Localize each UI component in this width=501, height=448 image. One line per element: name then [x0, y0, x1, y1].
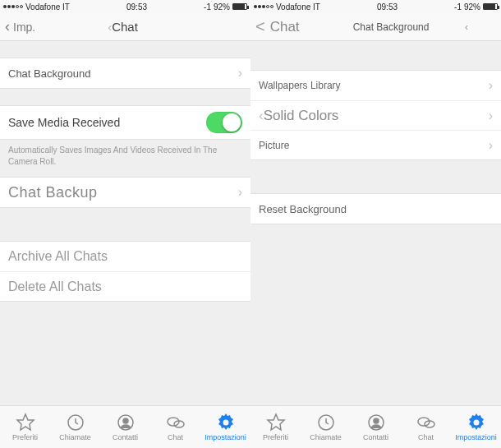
carrier-text: Vodafone IT	[25, 2, 70, 12]
tab-label: Preferiti	[263, 433, 288, 441]
save-media-row[interactable]: Save Media Received	[0, 106, 250, 139]
svg-marker-8	[268, 414, 284, 430]
star-icon	[16, 413, 35, 432]
row-label: Reset Background	[259, 203, 493, 215]
contact-icon	[116, 413, 136, 432]
tab-label: Contatti	[363, 433, 388, 441]
svg-point-7	[223, 420, 228, 426]
chevron-left-icon: <	[255, 17, 265, 36]
nav-bar: < Chat ‹ Chat Background	[250, 13, 501, 41]
tab-preferiti[interactable]: Preferiti	[0, 406, 50, 448]
chat-icon	[166, 413, 186, 432]
picture-row[interactable]: Picture ›	[250, 130, 501, 159]
save-media-toggle[interactable]	[206, 112, 242, 133]
tab-chat[interactable]: Chat	[401, 406, 451, 448]
left-phone: Vodafone IT 09:53 -1 92% ‹ Imp. ‹Chat Ch…	[0, 0, 250, 448]
back-label: Imp.	[13, 21, 35, 34]
back-button[interactable]: < Chat	[255, 17, 300, 36]
right-phone: Vodafone IT 09:53 -1 92% < Chat ‹ Chat B…	[250, 0, 501, 448]
svg-point-11	[374, 418, 379, 423]
row-label: Chat Backup	[8, 184, 98, 201]
row-label: Save Media Received	[8, 116, 206, 129]
battery-icon	[483, 3, 498, 10]
archive-all-chats-button[interactable]: Archive All Chats	[0, 242, 250, 271]
battery-prefix: -1	[204, 2, 211, 12]
save-media-description: Automatically Saves Images And Videos Re…	[0, 140, 250, 177]
solid-colors-row[interactable]: ‹Solid Colors ›	[250, 100, 501, 130]
tab-label: Chat	[168, 433, 183, 441]
chevron-right-icon: ›	[489, 138, 493, 153]
tab-chiamate[interactable]: Chiamate	[50, 406, 100, 448]
battery-icon	[232, 3, 247, 10]
tab-label: Preferiti	[12, 433, 38, 441]
chat-icon	[416, 413, 436, 432]
carrier-text: Vodafone IT	[276, 2, 320, 12]
content-area: Wallpapers Library › ‹Solid Colors › Pic…	[250, 41, 501, 448]
row-label: Archive All Chats	[8, 249, 108, 264]
tab-label: Contatti	[113, 433, 138, 441]
nav-bar: ‹ Imp. ‹Chat	[0, 13, 250, 41]
clock-icon	[316, 413, 336, 432]
chevron-right-icon: ›	[238, 66, 242, 81]
tab-chat[interactable]: Chat	[150, 406, 200, 448]
chat-background-row[interactable]: Chat Background ›	[0, 58, 250, 88]
svg-marker-0	[17, 414, 34, 430]
star-icon	[266, 413, 286, 432]
battery-prefix: -1	[454, 2, 462, 12]
reset-background-row[interactable]: Reset Background	[250, 194, 501, 224]
row-label: Chat Background	[8, 67, 238, 80]
content-area: Chat Background › Save Media Received Au…	[0, 41, 250, 448]
tab-label: Chiamate	[310, 433, 342, 441]
gear-icon	[467, 413, 486, 432]
battery-text: 92%	[214, 2, 230, 12]
tab-label: Chiamate	[59, 433, 91, 441]
chevron-right-icon: ›	[489, 78, 493, 93]
back-label: Chat	[270, 19, 300, 35]
clock-icon	[66, 413, 85, 432]
tab-preferiti[interactable]: Preferiti	[250, 406, 301, 448]
status-time: 09:53	[126, 2, 147, 12]
status-bar: Vodafone IT 09:53 -1 92%	[250, 0, 501, 13]
tab-label: Impostazioni	[455, 433, 497, 441]
row-label: Picture	[259, 140, 489, 151]
tab-bar: Preferiti Chiamate Contatti Chat Im	[250, 405, 501, 448]
svg-point-14	[473, 420, 479, 426]
tab-contatti[interactable]: Contatti	[100, 406, 150, 448]
svg-point-3	[123, 418, 128, 423]
tab-contatti[interactable]: Contatti	[351, 406, 401, 448]
gear-icon	[216, 413, 236, 432]
back-button[interactable]: ‹ Imp.	[5, 18, 35, 35]
chevron-left-icon: ‹	[5, 18, 10, 35]
battery-text: 92%	[464, 2, 480, 12]
tab-impostazioni[interactable]: Impostazioni	[200, 406, 250, 448]
tab-bar: Preferiti Chiamate Contatti Chat	[0, 405, 250, 448]
tab-impostazioni[interactable]: Impostazioni	[451, 406, 501, 448]
contact-icon	[366, 413, 386, 432]
status-bar: Vodafone IT 09:53 -1 92%	[0, 0, 250, 13]
tab-label: Impostazioni	[205, 433, 246, 441]
delete-all-chats-button[interactable]: Delete All Chats	[0, 271, 250, 301]
tab-label: Chat	[418, 433, 434, 441]
chat-backup-row[interactable]: Chat Backup ›	[0, 178, 250, 207]
nav-title: ‹Chat	[113, 20, 138, 34]
nav-title: Chat Background	[353, 21, 430, 33]
signal-dots-icon	[254, 5, 273, 8]
row-label: Wallpapers Library	[259, 80, 489, 91]
status-time: 09:53	[377, 2, 398, 12]
signal-dots-icon	[3, 5, 23, 8]
row-label: Delete All Chats	[8, 279, 102, 294]
chevron-right-icon: ›	[489, 109, 493, 123]
row-label: ‹Solid Colors	[259, 108, 489, 124]
chevron-right-icon: ›	[238, 185, 242, 200]
wallpapers-library-row[interactable]: Wallpapers Library ›	[250, 71, 501, 100]
tab-chiamate[interactable]: Chiamate	[301, 406, 351, 448]
